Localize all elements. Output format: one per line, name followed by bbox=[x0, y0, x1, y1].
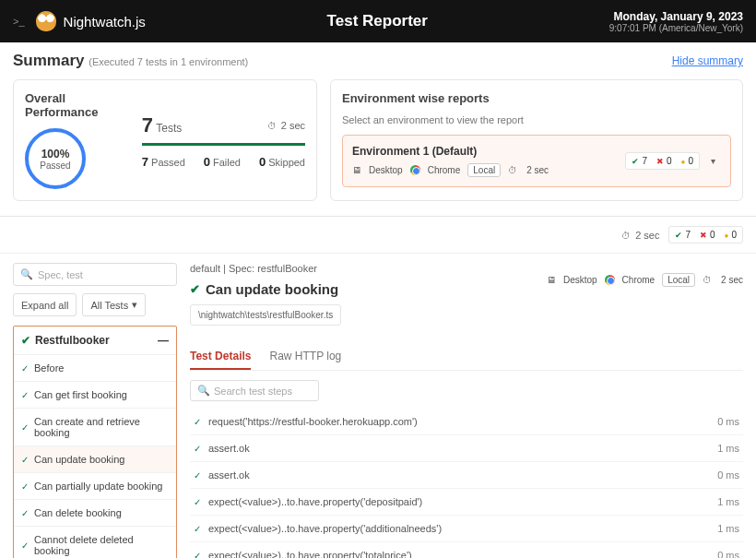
test-list-item[interactable]: ✓Before bbox=[14, 355, 176, 382]
collapse-icon[interactable]: — bbox=[158, 334, 169, 347]
total-tests-n: 7 bbox=[142, 113, 153, 137]
perf-title: Overall Performance bbox=[25, 91, 129, 119]
meta-duration: 2 sec bbox=[621, 230, 659, 241]
check-icon: ✓ bbox=[194, 470, 201, 481]
step-duration: 1 ms bbox=[717, 523, 739, 534]
test-list: ✔Restfulbooker — ✓Before✓Can get first b… bbox=[13, 326, 177, 558]
filter-dropdown[interactable]: All Tests▾ bbox=[82, 293, 146, 316]
desktop-icon bbox=[547, 275, 556, 285]
detail-tabs: Test Details Raw HTTP log bbox=[190, 344, 743, 371]
page-title: Test Reporter bbox=[327, 12, 428, 30]
detail-meta: Desktop Chrome Local 2 sec bbox=[547, 273, 743, 287]
brand: >_ Nightwatch.js bbox=[13, 11, 146, 31]
env-desktop: Desktop bbox=[369, 165, 403, 175]
check-icon: ✓ bbox=[21, 390, 29, 400]
meta-skipped: 0 bbox=[725, 230, 737, 240]
chevron-down-icon[interactable]: ▾ bbox=[705, 156, 721, 166]
detail-local: Local bbox=[662, 273, 695, 287]
breadcrumb: default | Spec: restfulBooker bbox=[190, 263, 338, 274]
time-text: 9:07:01 PM (America/New_York) bbox=[609, 23, 743, 33]
chrome-icon bbox=[605, 275, 615, 285]
test-item-label: Can update booking bbox=[34, 454, 124, 465]
step-search-ph: Search test steps bbox=[214, 386, 292, 397]
test-list-item[interactable]: ✓Can partially update booking bbox=[14, 473, 176, 500]
env-browser: Chrome bbox=[428, 165, 461, 175]
env-row[interactable]: Environment 1 (Default) Desktop Chrome L… bbox=[342, 135, 731, 187]
test-item-label: Can delete booking bbox=[34, 507, 122, 518]
clock-icon bbox=[267, 120, 278, 131]
check-icon: ✓ bbox=[21, 455, 29, 465]
pass-pct: 100% bbox=[41, 148, 70, 160]
app-header: >_ Nightwatch.js Test Reporter Monday, J… bbox=[0, 0, 756, 42]
meta-pfs: 7 0 0 bbox=[668, 226, 743, 243]
check-icon: ✔ bbox=[190, 282, 200, 296]
test-list-item[interactable]: ✓Can update booking bbox=[14, 446, 176, 473]
stat-failed: 0Failed bbox=[204, 155, 241, 169]
check-icon: ✓ bbox=[194, 524, 201, 534]
step-duration: 0 ms bbox=[717, 550, 739, 558]
test-step[interactable]: ✓expect(<value>)..to.have.property('addi… bbox=[190, 516, 743, 542]
clock-icon bbox=[703, 275, 714, 285]
check-icon: ✓ bbox=[194, 551, 201, 559]
expand-all-button[interactable]: Expand all bbox=[13, 293, 77, 316]
check-icon: ✓ bbox=[194, 444, 201, 454]
check-icon: ✓ bbox=[21, 540, 29, 551]
stat-passed: 7Passed bbox=[142, 155, 185, 169]
test-step[interactable]: ✓assert.ok1 ms bbox=[190, 435, 743, 462]
step-duration: 0 ms bbox=[717, 469, 739, 481]
env-title: Environment wise reports bbox=[342, 91, 731, 105]
env-failed: 0 bbox=[656, 156, 672, 166]
collapse-icon[interactable]: >_ bbox=[13, 16, 25, 27]
env-local-chip: Local bbox=[467, 163, 501, 177]
test-item-label: Can create and retrieve booking bbox=[34, 416, 169, 438]
hide-summary-link[interactable]: Hide summary bbox=[672, 54, 743, 67]
meta-failed: 0 bbox=[700, 230, 715, 240]
group-name: Restfulbooker bbox=[35, 334, 110, 347]
test-step[interactable]: ✓assert.ok0 ms bbox=[190, 462, 743, 489]
check-icon: ✓ bbox=[21, 363, 29, 374]
tab-test-details[interactable]: Test Details bbox=[190, 344, 251, 370]
test-group-header[interactable]: ✔Restfulbooker — bbox=[14, 326, 176, 355]
step-text: expect(<value>)..to.have.property('depos… bbox=[208, 496, 422, 507]
test-step[interactable]: ✓request('https://restful-booker.herokua… bbox=[190, 409, 743, 435]
test-title-text: Can update booking bbox=[206, 281, 338, 297]
pass-ring: 100% Passed bbox=[25, 128, 86, 189]
top-meta-row: 2 sec 7 0 0 bbox=[0, 217, 756, 254]
step-text: assert.ok bbox=[208, 469, 250, 481]
test-list-item[interactable]: ✓Can create and retrieve booking bbox=[14, 409, 176, 446]
step-duration: 1 ms bbox=[717, 496, 739, 507]
summary-title: Summary bbox=[13, 52, 84, 69]
test-title: ✔ Can update booking bbox=[190, 281, 338, 297]
progress-bar bbox=[142, 143, 305, 146]
test-list-item[interactable]: ✓Can delete booking bbox=[14, 500, 176, 527]
env-name: Environment 1 (Default) bbox=[352, 145, 549, 158]
owl-icon bbox=[36, 11, 56, 31]
perf-duration: 2 sec bbox=[267, 120, 305, 131]
chrome-icon bbox=[410, 165, 420, 175]
search-icon: 🔍 bbox=[197, 385, 210, 397]
overall-performance-card: Overall Performance 100% Passed 7 Tests … bbox=[13, 79, 317, 201]
test-item-label: Before bbox=[34, 362, 64, 374]
clock-icon bbox=[508, 165, 519, 175]
clock-icon bbox=[621, 230, 632, 241]
summary-bar: Summary (Executed 7 tests in 1 environme… bbox=[0, 42, 756, 79]
total-tests-l: Tests bbox=[156, 122, 182, 135]
desktop-icon bbox=[352, 165, 361, 175]
steps-list: ✓request('https://restful-booker.herokua… bbox=[190, 409, 743, 558]
tab-raw-http[interactable]: Raw HTTP log bbox=[269, 344, 341, 370]
meta-passed: 7 bbox=[675, 230, 691, 240]
search-icon: 🔍 bbox=[20, 268, 33, 280]
test-step[interactable]: ✓expect(<value>)..to.have.property('tota… bbox=[190, 542, 743, 558]
step-text: expect(<value>)..to.have.property('addit… bbox=[208, 523, 442, 534]
summary-heading: Summary (Executed 7 tests in 1 environme… bbox=[13, 52, 248, 70]
step-search[interactable]: 🔍 Search test steps bbox=[190, 380, 319, 401]
test-list-item[interactable]: ✓Can get first booking bbox=[14, 382, 176, 409]
file-path: \nightwatch\tests\restfulBooker.ts bbox=[190, 304, 341, 326]
test-list-item[interactable]: ✓Cannot delete deleted booking bbox=[14, 527, 176, 558]
test-step[interactable]: ✓expect(<value>)..to.have.property('depo… bbox=[190, 489, 743, 516]
spec-search[interactable]: 🔍 Spec, test bbox=[13, 263, 177, 286]
search-placeholder: Spec, test bbox=[38, 269, 83, 280]
chevron-down-icon: ▾ bbox=[132, 299, 137, 311]
env-skipped: 0 bbox=[681, 156, 693, 166]
summary-note: (Executed 7 tests in 1 environment) bbox=[89, 56, 248, 67]
